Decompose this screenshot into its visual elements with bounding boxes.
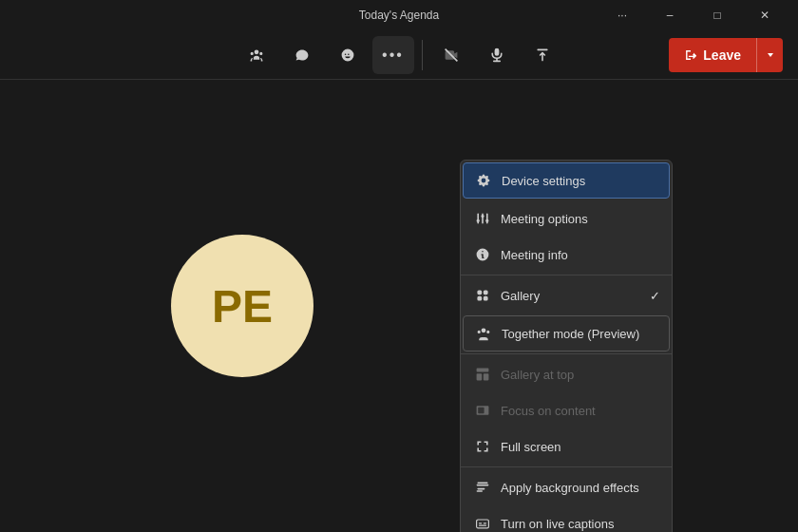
menu-item-full-screen[interactable]: Full screen xyxy=(461,428,672,465)
menu-item-device-settings[interactable]: Device settings xyxy=(463,162,670,199)
toolbar: ••• Leave xyxy=(0,30,798,80)
divider-3 xyxy=(461,466,672,467)
divider-2 xyxy=(461,353,672,354)
people-button[interactable] xyxy=(236,36,277,74)
dropdown-menu: Device settings Meeting options Meeting … xyxy=(460,160,673,532)
avatar: PE xyxy=(171,235,314,377)
gallery-top-label: Gallery at top xyxy=(501,368,574,382)
background-icon xyxy=(474,479,491,496)
menu-item-background-effects[interactable]: Apply background effects xyxy=(461,469,672,505)
title-bar: Today's Agenda ··· – □ ✕ xyxy=(0,0,798,30)
menu-item-gallery-top: Gallery at top xyxy=(461,356,672,392)
fullscreen-icon xyxy=(474,438,491,455)
menu-item-together-mode[interactable]: Together mode (Preview) xyxy=(463,315,670,352)
leave-button[interactable]: Leave xyxy=(669,38,756,72)
sliders-icon xyxy=(474,210,491,227)
video-button[interactable] xyxy=(430,36,472,74)
grid-icon xyxy=(474,287,491,304)
share-button[interactable] xyxy=(522,36,563,74)
reactions-button[interactable] xyxy=(327,36,369,74)
focus-content-label: Focus on content xyxy=(501,404,596,418)
svg-rect-1 xyxy=(477,369,489,372)
meeting-options-label: Meeting options xyxy=(501,212,588,226)
menu-item-meeting-options[interactable]: Meeting options xyxy=(461,200,672,237)
avatar-container: PE xyxy=(171,235,314,377)
gear-icon xyxy=(475,172,492,189)
captions-icon xyxy=(474,515,491,532)
svg-rect-7 xyxy=(479,522,482,523)
focus-icon xyxy=(474,402,491,419)
svg-rect-9 xyxy=(479,525,486,526)
meeting-info-label: Meeting info xyxy=(501,248,568,262)
svg-rect-6 xyxy=(477,520,489,528)
menu-item-meeting-info[interactable]: Meeting info xyxy=(461,237,672,273)
gallery-check: ✓ xyxy=(650,289,660,303)
more-options-btn[interactable]: ··· xyxy=(600,0,644,30)
chat-button[interactable] xyxy=(281,36,323,74)
main-content: PE Device settings Meeting options Meeti… xyxy=(0,80,798,532)
live-captions-label: Turn on live captions xyxy=(501,517,614,531)
menu-item-gallery[interactable]: Gallery ✓ xyxy=(461,277,672,314)
full-screen-label: Full screen xyxy=(501,440,561,454)
device-settings-label: Device settings xyxy=(502,174,585,188)
close-btn[interactable]: ✕ xyxy=(743,0,787,30)
window-controls: ··· – □ ✕ xyxy=(600,0,787,30)
leave-dropdown-button[interactable] xyxy=(756,38,783,72)
together-mode-label: Together mode (Preview) xyxy=(502,327,639,341)
gallery-label: Gallery xyxy=(501,289,540,303)
maximize-btn[interactable]: □ xyxy=(695,0,739,30)
toolbar-divider xyxy=(422,40,423,70)
menu-item-live-captions[interactable]: Turn on live captions xyxy=(461,505,672,532)
leave-btn-container: Leave xyxy=(669,38,783,72)
svg-rect-2 xyxy=(477,373,483,380)
minimize-btn[interactable]: – xyxy=(648,0,692,30)
mic-button[interactable] xyxy=(476,36,518,74)
info-icon xyxy=(474,246,491,263)
gallery-top-icon xyxy=(474,366,491,383)
menu-item-focus-content: Focus on content xyxy=(461,392,672,428)
window-title: Today's Agenda xyxy=(359,9,439,22)
svg-rect-3 xyxy=(484,373,489,380)
svg-rect-8 xyxy=(484,522,486,523)
svg-rect-5 xyxy=(478,408,484,413)
divider-1 xyxy=(461,275,672,276)
together-icon xyxy=(475,325,492,342)
background-effects-label: Apply background effects xyxy=(501,481,639,495)
more-button[interactable]: ••• xyxy=(372,36,414,74)
